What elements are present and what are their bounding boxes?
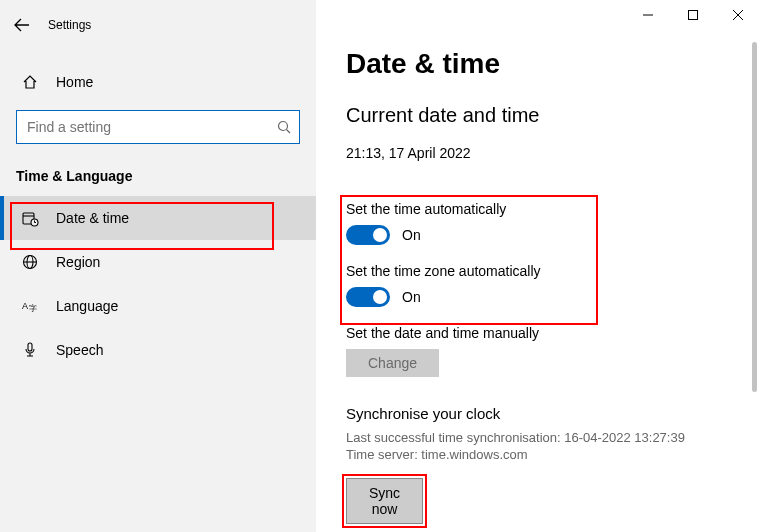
sidebar: Settings Home Time & Language Date & xyxy=(0,0,316,532)
sync-now-button[interactable]: Sync now xyxy=(346,478,423,524)
auto-time-toggle[interactable] xyxy=(346,225,390,245)
microphone-icon xyxy=(22,342,44,358)
sidebar-item-date-time[interactable]: Date & time xyxy=(0,196,316,240)
annotation-highlight: Sync now xyxy=(342,474,427,528)
sync-last: Last successful time synchronisation: 16… xyxy=(346,430,760,445)
sidebar-item-label: Speech xyxy=(56,342,103,358)
section-current-heading: Current date and time xyxy=(346,104,760,127)
search-input[interactable] xyxy=(25,118,277,136)
sidebar-nav: Date & time Region A字 Language Speech xyxy=(0,196,316,372)
search-icon xyxy=(277,120,291,134)
sidebar-item-label: Date & time xyxy=(56,210,129,226)
auto-time-state: On xyxy=(402,227,421,243)
sync-heading: Synchronise your clock xyxy=(346,405,760,422)
auto-tz-toggle[interactable] xyxy=(346,287,390,307)
sync-section: Synchronise your clock Last successful t… xyxy=(346,405,760,482)
auto-tz-label: Set the time zone automatically xyxy=(346,263,760,279)
search-box[interactable] xyxy=(16,110,300,144)
svg-rect-1 xyxy=(688,11,697,20)
sidebar-item-region[interactable]: Region xyxy=(0,240,316,284)
globe-icon xyxy=(22,254,44,270)
svg-rect-14 xyxy=(28,343,32,351)
svg-point-4 xyxy=(279,122,288,131)
sidebar-group-label: Time & Language xyxy=(0,144,316,190)
svg-line-5 xyxy=(287,130,291,134)
settings-window: Settings Home Time & Language Date & xyxy=(0,0,760,532)
calendar-clock-icon xyxy=(22,210,44,227)
titlebar-controls xyxy=(625,0,760,30)
sidebar-item-language[interactable]: A字 Language xyxy=(0,284,316,328)
sidebar-home-label: Home xyxy=(56,74,93,90)
svg-text:A: A xyxy=(22,301,28,311)
sync-server: Time server: time.windows.com xyxy=(346,447,760,462)
sidebar-home[interactable]: Home xyxy=(0,64,316,100)
content-pane: Date & time Current date and time 21:13,… xyxy=(316,0,760,532)
minimize-button[interactable] xyxy=(625,0,670,30)
home-icon xyxy=(22,74,44,90)
current-datetime: 21:13, 17 April 2022 xyxy=(346,145,760,161)
auto-settings-group: Set the time automatically On Set the ti… xyxy=(346,183,760,307)
sidebar-item-label: Region xyxy=(56,254,100,270)
svg-text:字: 字 xyxy=(29,304,37,313)
auto-tz-state: On xyxy=(402,289,421,305)
manual-label: Set the date and time manually xyxy=(346,325,760,341)
language-icon: A字 xyxy=(22,298,44,314)
app-title: Settings xyxy=(48,18,91,32)
page-title: Date & time xyxy=(346,48,760,80)
sidebar-item-speech[interactable]: Speech xyxy=(0,328,316,372)
maximize-button[interactable] xyxy=(670,0,715,30)
change-button[interactable]: Change xyxy=(346,349,439,377)
scrollbar[interactable] xyxy=(752,42,757,528)
close-button[interactable] xyxy=(715,0,760,30)
scrollbar-thumb[interactable] xyxy=(752,42,757,392)
back-button[interactable] xyxy=(14,18,30,32)
auto-time-label: Set the time automatically xyxy=(346,201,760,217)
sidebar-item-label: Language xyxy=(56,298,118,314)
